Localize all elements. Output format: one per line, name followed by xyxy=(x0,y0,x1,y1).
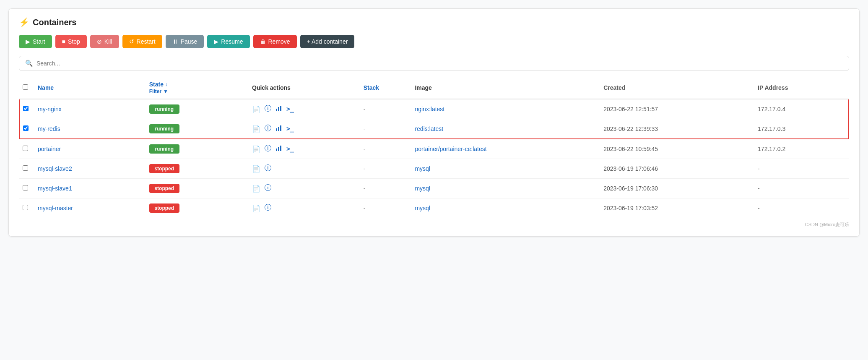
stack-cell: - xyxy=(360,119,412,139)
table-row: mysql-masterstopped📄i-mysql2023-06-19 17… xyxy=(19,198,849,218)
container-name[interactable]: mysql-master xyxy=(38,205,73,211)
quick-actions: 📄i xyxy=(252,204,357,212)
stack-cell: - xyxy=(360,179,412,198)
row-checkbox[interactable] xyxy=(23,106,29,111)
add-container-button[interactable]: + Add container xyxy=(300,35,355,48)
quick-actions: 📄i xyxy=(252,184,357,193)
image-cell[interactable]: mysql xyxy=(411,179,600,198)
state-badge: stopped xyxy=(149,203,179,213)
col-header-image: Image xyxy=(411,77,600,99)
start-button[interactable]: ▶ Start xyxy=(19,35,52,48)
image-cell[interactable]: mysql xyxy=(411,159,600,179)
stop-button[interactable]: ■ Stop xyxy=(55,35,87,48)
restart-button[interactable]: ↺ Restart xyxy=(122,35,162,48)
page-title: ⚡ Containers xyxy=(19,17,849,27)
logs-icon[interactable]: 📄 xyxy=(252,105,260,113)
col-header-stack[interactable]: Stack xyxy=(360,77,412,99)
row-checkbox[interactable] xyxy=(23,205,28,210)
logs-icon[interactable]: 📄 xyxy=(252,145,260,153)
sort-icon: ↕ xyxy=(165,82,168,87)
col-header-ip[interactable]: IP Address xyxy=(754,77,849,99)
terminal-icon[interactable]: >_ xyxy=(286,125,294,133)
logs-icon[interactable]: 📄 xyxy=(252,125,260,133)
info-icon[interactable]: i xyxy=(265,184,271,193)
svg-rect-7 xyxy=(276,128,277,131)
created-cell: 2023-06-19 17:06:30 xyxy=(600,179,754,198)
pause-button[interactable]: ⏸ Pause xyxy=(166,35,204,48)
ip-cell: - xyxy=(754,179,849,198)
table-row: portainerrunning📄i>_-portainer/portainer… xyxy=(19,139,849,159)
info-icon[interactable]: i xyxy=(265,125,271,133)
search-bar: 🔍 xyxy=(19,56,849,71)
image-cell[interactable]: redis:latest xyxy=(411,119,600,139)
toolbar: ▶ Start ■ Stop ⊘ Kill ↺ Restart ⏸ Pause … xyxy=(19,35,849,48)
resume-icon: ▶ xyxy=(214,38,218,45)
kill-button[interactable]: ⊘ Kill xyxy=(90,35,119,48)
ip-cell: 172.17.0.3 xyxy=(754,119,849,139)
table-row: my-nginxrunning📄i>_-nginx:latest2023-06-… xyxy=(19,99,849,119)
col-header-state[interactable]: State ↕ Filter ▼ xyxy=(146,77,249,99)
logs-icon[interactable]: 📄 xyxy=(252,185,260,193)
table-row: mysql-slave1stopped📄i-mysql2023-06-19 17… xyxy=(19,179,849,198)
svg-rect-14 xyxy=(280,146,281,151)
info-icon[interactable]: i xyxy=(265,164,271,173)
state-badge: running xyxy=(149,104,179,114)
row-checkbox[interactable] xyxy=(23,146,28,151)
info-icon[interactable]: i xyxy=(265,204,271,212)
state-badge: stopped xyxy=(149,184,179,193)
logs-icon[interactable]: 📄 xyxy=(252,204,260,212)
container-name[interactable]: mysql-slave2 xyxy=(38,165,72,172)
image-cell[interactable]: portainer/portainer-ce:latest xyxy=(411,139,600,159)
svg-text:i: i xyxy=(268,146,269,151)
filter-row[interactable]: Filter ▼ xyxy=(149,89,244,94)
row-checkbox[interactable] xyxy=(23,185,28,190)
col-header-created[interactable]: Created xyxy=(600,77,754,99)
stats-icon[interactable] xyxy=(275,105,282,113)
created-cell: 2023-06-22 12:51:57 xyxy=(600,99,754,119)
svg-text:i: i xyxy=(268,126,269,130)
terminal-icon[interactable]: >_ xyxy=(286,145,294,153)
created-cell: 2023-06-19 17:06:46 xyxy=(600,159,754,179)
stack-cell: - xyxy=(360,139,412,159)
ip-cell: 172.17.0.2 xyxy=(754,139,849,159)
start-icon: ▶ xyxy=(26,38,30,45)
container-name[interactable]: my-nginx xyxy=(38,106,62,112)
stats-icon[interactable] xyxy=(275,145,282,153)
row-checkbox[interactable] xyxy=(23,165,28,171)
select-all-checkbox[interactable] xyxy=(23,84,28,90)
svg-rect-2 xyxy=(276,109,277,111)
containers-table: Name State ↕ Filter ▼ Qu xyxy=(19,77,849,218)
svg-text:i: i xyxy=(268,106,269,111)
search-icon: 🔍 xyxy=(25,60,33,67)
filter-icon: ▼ xyxy=(163,89,168,94)
remove-icon: 🗑 xyxy=(260,38,266,45)
container-name[interactable]: my-redis xyxy=(38,125,60,132)
resume-button[interactable]: ▶ Resume xyxy=(207,35,249,48)
svg-rect-8 xyxy=(278,127,279,131)
image-cell[interactable]: nginx:latest xyxy=(411,99,600,119)
info-icon[interactable]: i xyxy=(265,145,271,153)
terminal-icon[interactable]: >_ xyxy=(286,105,294,113)
quick-actions: 📄i>_ xyxy=(252,145,357,153)
ip-cell: 172.17.0.4 xyxy=(754,99,849,119)
remove-button[interactable]: 🗑 Remove xyxy=(253,35,297,48)
svg-rect-13 xyxy=(278,147,279,151)
container-name[interactable]: mysql-slave1 xyxy=(38,185,72,192)
watermark: CSDN @Micro麦可乐 xyxy=(19,222,849,228)
table-row: mysql-slave2stopped📄i-mysql2023-06-19 17… xyxy=(19,159,849,179)
kill-icon: ⊘ xyxy=(97,38,102,45)
ip-cell: - xyxy=(754,159,849,179)
row-checkbox[interactable] xyxy=(23,125,29,131)
image-cell[interactable]: mysql xyxy=(411,198,600,218)
svg-text:i: i xyxy=(268,205,269,210)
stack-cell: - xyxy=(360,159,412,179)
container-name[interactable]: portainer xyxy=(38,146,61,152)
svg-rect-3 xyxy=(278,107,279,111)
logs-icon[interactable]: 📄 xyxy=(252,165,260,173)
col-header-name[interactable]: Name xyxy=(34,77,146,99)
svg-text:i: i xyxy=(268,166,269,170)
stats-icon[interactable] xyxy=(275,125,282,133)
state-badge: running xyxy=(149,144,179,154)
info-icon[interactable]: i xyxy=(265,105,271,113)
search-input[interactable] xyxy=(36,60,162,67)
